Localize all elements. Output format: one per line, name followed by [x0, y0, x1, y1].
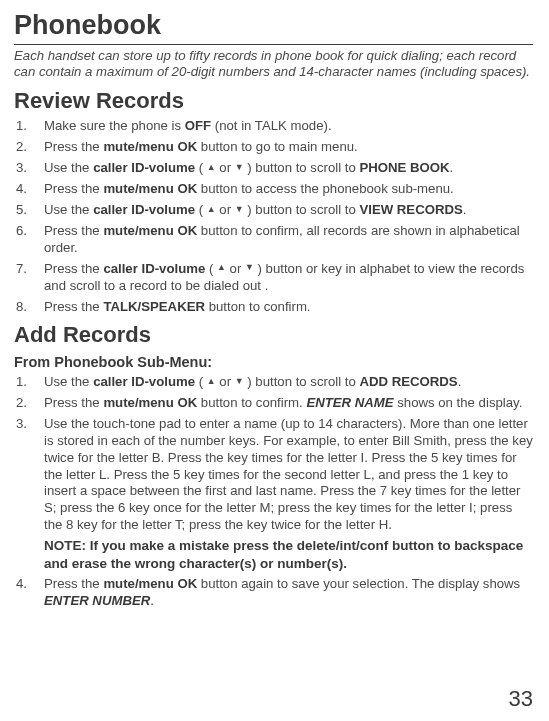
list-item: Use the touch-tone pad to enter a name (…: [14, 416, 533, 572]
list-item: Make sure the phone is OFF (not in TALK …: [14, 118, 533, 135]
review-heading: Review Records: [14, 87, 533, 115]
note-text: NOTE: If you make a mistake press the de…: [44, 537, 533, 572]
list-item: Use the caller ID-volume ( ▲ or ▼ ) butt…: [14, 202, 533, 219]
review-list: Make sure the phone is OFF (not in TALK …: [14, 118, 533, 315]
list-item: Press the mute/menu OK button to access …: [14, 181, 533, 198]
up-arrow-icon: ▲: [217, 262, 226, 274]
list-item: Press the TALK/SPEAKER button to confirm…: [14, 299, 533, 316]
page-title: Phonebook: [14, 8, 533, 45]
list-item: Press the mute/menu OK button to go to m…: [14, 139, 533, 156]
down-arrow-icon: ▼: [235, 162, 244, 174]
down-arrow-icon: ▼: [245, 262, 254, 274]
list-item: Press the caller ID-volume ( ▲ or ▼ ) bu…: [14, 261, 533, 295]
add-list: Use the caller ID-volume ( ▲ or ▼ ) butt…: [14, 374, 533, 610]
down-arrow-icon: ▼: [235, 376, 244, 388]
intro-text: Each handset can store up to fifty recor…: [14, 48, 533, 82]
list-item: Press the mute/menu OK button again to s…: [14, 576, 533, 610]
up-arrow-icon: ▲: [207, 162, 216, 174]
down-arrow-icon: ▼: [235, 204, 244, 216]
list-item: Press the mute/menu OK button to confirm…: [14, 395, 533, 412]
list-item: Use the caller ID-volume ( ▲ or ▼ ) butt…: [14, 160, 533, 177]
up-arrow-icon: ▲: [207, 376, 216, 388]
page-number: 33: [509, 685, 533, 713]
list-item: Press the mute/menu OK button to confirm…: [14, 223, 533, 257]
add-subheading: From Phonebook Sub-Menu:: [14, 353, 533, 372]
add-heading: Add Records: [14, 321, 533, 349]
list-item: Use the caller ID-volume ( ▲ or ▼ ) butt…: [14, 374, 533, 391]
up-arrow-icon: ▲: [207, 204, 216, 216]
